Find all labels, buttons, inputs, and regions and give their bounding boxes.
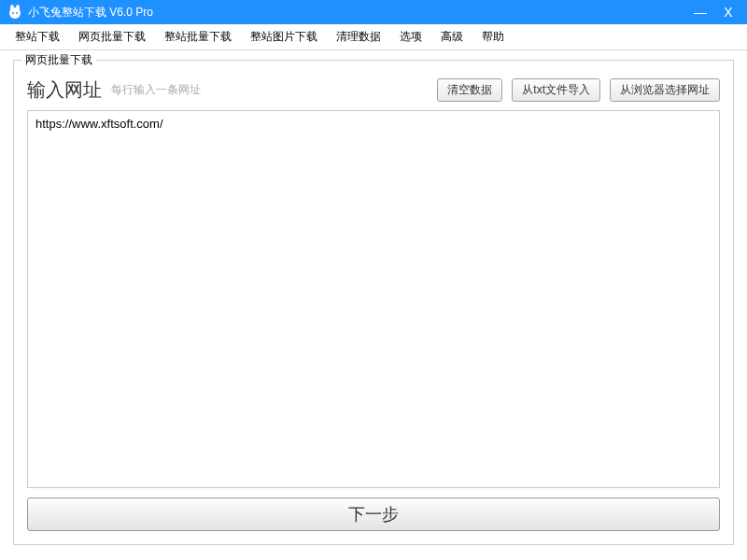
url-textarea[interactable]	[27, 110, 720, 488]
svg-point-2	[16, 5, 20, 12]
menu-advanced[interactable]: 高级	[431, 24, 472, 49]
svg-point-4	[16, 12, 18, 14]
menu-site-batch-download[interactable]: 整站批量下载	[155, 24, 241, 49]
menu-page-batch-download[interactable]: 网页批量下载	[69, 24, 155, 49]
url-input-hint: 每行输入一条网址	[111, 82, 428, 98]
url-header: 输入网址 每行输入一条网址 清空数据 从txt文件导入 从浏览器选择网址	[27, 77, 720, 103]
batch-download-group: 网页批量下载 输入网址 每行输入一条网址 清空数据 从txt文件导入 从浏览器选…	[13, 60, 734, 545]
group-title: 网页批量下载	[21, 52, 96, 68]
content-area: 网页批量下载 输入网址 每行输入一条网址 清空数据 从txt文件导入 从浏览器选…	[0, 50, 747, 558]
menu-site-download[interactable]: 整站下载	[6, 24, 69, 49]
menu-site-image-download[interactable]: 整站图片下载	[241, 24, 327, 49]
window-title: 小飞兔整站下载 V6.0 Pro	[28, 5, 693, 21]
menu-help[interactable]: 帮助	[472, 24, 514, 49]
minimize-button[interactable]: —	[693, 5, 708, 20]
menu-options[interactable]: 选项	[390, 24, 431, 49]
app-icon	[7, 5, 22, 20]
from-browser-button[interactable]: 从浏览器选择网址	[610, 78, 720, 102]
url-input-label: 输入网址	[27, 77, 102, 103]
titlebar: 小飞兔整站下载 V6.0 Pro — X	[0, 0, 747, 24]
import-txt-button[interactable]: 从txt文件导入	[512, 78, 600, 102]
menu-clear-data[interactable]: 清理数据	[327, 24, 390, 49]
window-controls: — X	[693, 5, 740, 20]
menubar: 整站下载 网页批量下载 整站批量下载 整站图片下载 清理数据 选项 高级 帮助	[0, 24, 747, 50]
close-button[interactable]: X	[721, 5, 736, 20]
svg-point-1	[10, 5, 14, 12]
clear-data-button[interactable]: 清空数据	[437, 78, 502, 102]
next-step-button[interactable]: 下一步	[27, 497, 720, 531]
svg-point-3	[12, 12, 14, 14]
